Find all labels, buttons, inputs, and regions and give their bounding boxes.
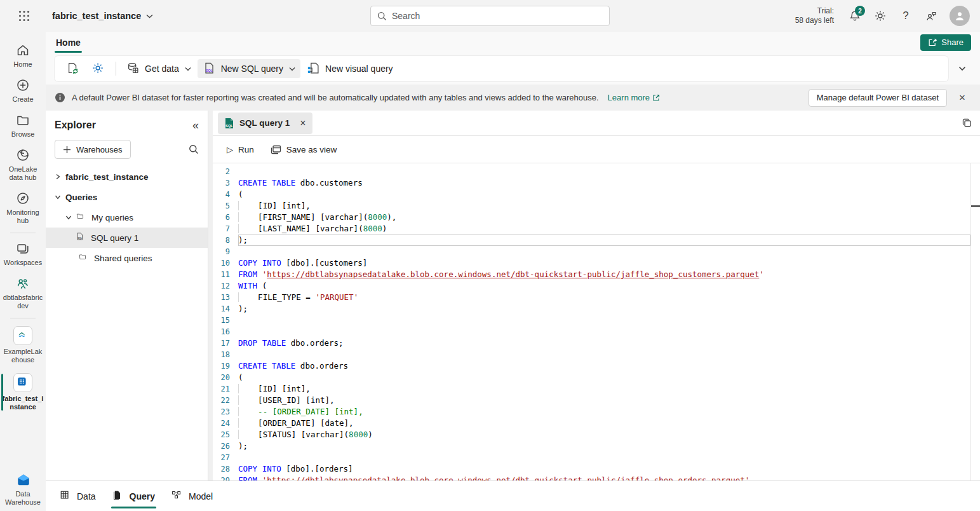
code-line[interactable]: 10COPY INTO [dbo].[customers] <box>213 257 970 269</box>
save-as-view-button[interactable]: Save as view <box>264 140 344 159</box>
banner-close-icon[interactable]: × <box>953 89 971 107</box>
share-button[interactable]: Share <box>920 34 971 51</box>
code-line[interactable]: 4( <box>213 189 970 200</box>
nav-item-browse[interactable]: Browse <box>0 108 46 143</box>
database-icon <box>126 62 140 76</box>
view-tab-query[interactable]: Query <box>107 486 160 506</box>
code-line[interactable]: 25 [STATUS] [varchar](8000) <box>213 429 970 440</box>
notifications-button[interactable]: 2 <box>844 5 866 27</box>
nav-item-monitoring-hub[interactable]: Monitoring hub <box>0 186 46 229</box>
run-button[interactable]: ▷ Run <box>220 140 260 159</box>
code-line[interactable]: 14); <box>213 303 970 315</box>
content-area: Explorer « Warehouses fabric_test_instan… <box>46 111 980 480</box>
help-button[interactable]: ? <box>895 5 916 27</box>
nav-item-create[interactable]: Create <box>0 73 46 108</box>
code-line[interactable]: 7 [LAST_NAME] [varchar](8000) <box>213 223 970 235</box>
code-line[interactable]: 29FROM 'https://dbtlabsynapsedatalake.bl… <box>213 475 970 480</box>
explorer-search-icon[interactable] <box>189 144 199 154</box>
settings-gear-button[interactable] <box>86 59 111 78</box>
banner-message: A default Power BI dataset for faster re… <box>72 93 599 102</box>
code-line[interactable]: 3CREATE TABLE dbo.customers <box>213 177 970 189</box>
copy-icon[interactable] <box>957 114 976 133</box>
code-line[interactable]: 13 FILE_TYPE = 'PARQUET' <box>213 292 970 303</box>
code-line[interactable]: 6 [FIRST_NAME] [varchar](8000), <box>213 212 970 223</box>
ribbon-expand-button[interactable] <box>953 66 971 71</box>
new-warehouses-button[interactable]: Warehouses <box>55 140 131 159</box>
nav-item-home[interactable]: Home <box>0 38 46 73</box>
line-content: FROM 'https://dbtlabsynapsedatalake.blob… <box>238 269 970 280</box>
settings-gear-icon <box>91 62 105 76</box>
nav-item-data-warehouse[interactable]: Data Warehouse <box>0 467 46 511</box>
line-number: 6 <box>213 212 238 223</box>
tree-item-queries[interactable]: Queries <box>46 187 208 207</box>
code-line[interactable]: 20( <box>213 372 970 383</box>
code-line[interactable]: 19CREATE TABLE dbo.orders <box>213 360 970 372</box>
search-input[interactable] <box>392 11 603 21</box>
nav-item-dbtlabsfabricdev[interactable]: dbtlabsfabricdev <box>0 271 46 315</box>
app-launcher-icon[interactable] <box>11 3 37 29</box>
settings-button[interactable] <box>869 5 891 27</box>
editor-actions: ▷ Run Save as view <box>213 136 980 163</box>
table-grid-icon <box>60 490 72 502</box>
line-content: CREATE TABLE dbo.customers <box>238 177 970 189</box>
tab-home[interactable]: Home <box>55 35 82 50</box>
refresh-file-button[interactable] <box>61 59 85 78</box>
tree-item-my-queries[interactable]: My queries <box>46 207 208 228</box>
line-content: [ID] [int], <box>238 383 970 395</box>
editor-scrollbar[interactable] <box>970 163 980 480</box>
lakehouse-tile-icon <box>13 326 32 345</box>
view-tab-model[interactable]: Model <box>166 486 218 506</box>
editor-tabstrip: SQL SQL query 1 × <box>213 111 980 136</box>
nav-item-onelake-data-hub[interactable]: OneLake data hub <box>0 143 46 186</box>
tree-item-shared-queries[interactable]: Shared queries <box>46 248 208 268</box>
collapse-explorer-icon[interactable]: « <box>192 119 199 131</box>
manage-default-dataset-button[interactable]: Manage default Power BI dataset <box>809 89 947 107</box>
code-line[interactable]: 21 [ID] [int], <box>213 383 970 395</box>
account-avatar[interactable] <box>950 6 970 26</box>
tree-item-fabric-test-instance[interactable]: fabric_test_instance <box>46 167 208 187</box>
code-line[interactable]: 18 <box>213 349 970 360</box>
nav-item-examplelakehouse[interactable]: ExampleLakehouse <box>0 322 46 369</box>
explorer-title: Explorer <box>55 119 96 131</box>
toolbar-new-visual-query-button[interactable]: New visual query <box>302 59 398 78</box>
warehouse-tile-icon <box>13 373 32 392</box>
code-line[interactable]: 2 <box>213 166 970 177</box>
toolbar-button-label: Get data <box>145 64 179 74</box>
svg-text:SQL: SQL <box>206 69 213 72</box>
code-line[interactable]: 15 <box>213 315 970 326</box>
nav-item-workspaces[interactable]: Workspaces <box>0 236 46 271</box>
code-line[interactable]: 28COPY INTO [dbo].[orders] <box>213 463 970 475</box>
close-tab-icon[interactable]: × <box>300 118 305 128</box>
code-line[interactable]: 17DROP TABLE dbo.orders; <box>213 337 970 349</box>
workspaces-icon <box>15 241 30 256</box>
query-tab[interactable]: SQL SQL query 1 × <box>218 112 312 134</box>
code-line[interactable]: 8); <box>213 235 970 246</box>
code-line[interactable]: 11FROM 'https://dbtlabsynapsedatalake.bl… <box>213 269 970 280</box>
global-search <box>370 6 610 26</box>
code-line[interactable]: 22 [USER_ID] [int], <box>213 395 970 406</box>
view-tab-label: Query <box>130 491 155 501</box>
refresh-file-icon <box>66 62 80 76</box>
line-content: [USER_ID] [int], <box>238 395 970 406</box>
workspace-switcher[interactable]: fabric_test_instance <box>52 11 153 21</box>
sql-code-editor[interactable]: 23CREATE TABLE dbo.customers4(5 [ID] [in… <box>213 163 980 480</box>
toolbar-new-sql-query-button[interactable]: SQLNew SQL query <box>198 59 300 78</box>
line-number: 29 <box>213 475 238 480</box>
code-line[interactable]: 9 <box>213 246 970 257</box>
code-line[interactable]: 12WITH ( <box>213 280 970 292</box>
feedback-button[interactable] <box>920 5 942 27</box>
code-line[interactable]: 26); <box>213 440 970 452</box>
code-line[interactable]: 27 <box>213 452 970 463</box>
line-number: 12 <box>213 280 238 292</box>
learn-more-link[interactable]: Learn more <box>608 93 660 102</box>
save-as-view-icon <box>271 145 281 154</box>
line-number: 20 <box>213 372 238 383</box>
code-line[interactable]: 24 [ORDER_DATE] [date], <box>213 418 970 429</box>
toolbar-get-data-button[interactable]: Get data <box>121 59 196 78</box>
code-line[interactable]: 23 -- [ORDER_DATE] [int], <box>213 406 970 418</box>
nav-item-fabric-test-instance[interactable]: fabric_test_instance <box>0 369 46 416</box>
code-line[interactable]: 16 <box>213 326 970 337</box>
tree-item-sql-query-1[interactable]: SQLSQL query 1 <box>46 228 208 248</box>
code-line[interactable]: 5 [ID] [int], <box>213 200 970 212</box>
view-tab-data[interactable]: Data <box>55 486 101 506</box>
